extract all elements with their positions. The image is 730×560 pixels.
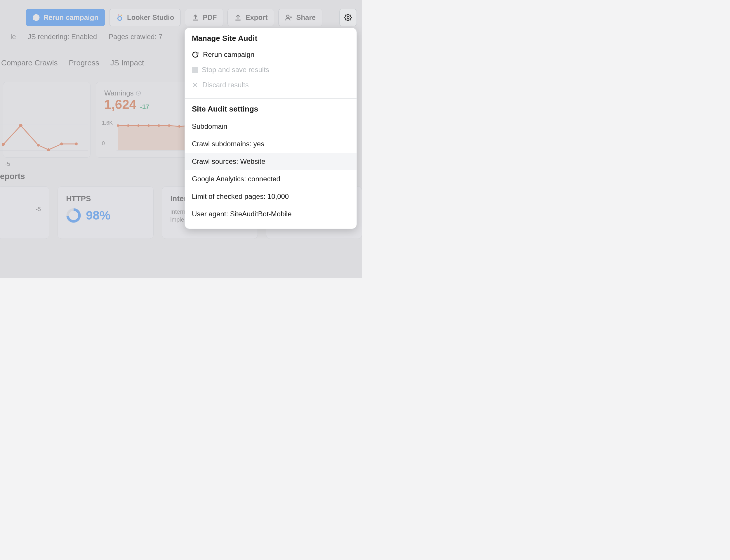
looker-icon bbox=[116, 14, 124, 21]
add-user-icon bbox=[285, 14, 293, 21]
refresh-icon bbox=[192, 51, 199, 58]
export-button[interactable]: Export bbox=[227, 9, 274, 26]
export-label: Export bbox=[245, 13, 267, 22]
svg-point-3 bbox=[287, 15, 289, 18]
svg-point-22 bbox=[178, 125, 180, 128]
popup-rerun-campaign[interactable]: Rerun campaign bbox=[192, 47, 350, 62]
popup-rerun-label: Rerun campaign bbox=[203, 51, 254, 59]
toolbar: Rerun campaign Looker Studio PDF Export … bbox=[9, 0, 362, 32]
setting-subdomain[interactable]: Subdomain bbox=[192, 118, 350, 135]
svg-point-19 bbox=[147, 124, 150, 127]
settings-popup: Manage Site Audit Rerun campaign Stop an… bbox=[185, 28, 357, 229]
report-delta-trunc: -5 bbox=[36, 206, 41, 213]
popup-stop-label: Stop and save results bbox=[202, 66, 269, 74]
svg-point-20 bbox=[158, 124, 160, 127]
report-card-https[interactable]: HTTPS 98% bbox=[58, 186, 154, 239]
svg-point-11 bbox=[75, 142, 78, 145]
svg-point-9 bbox=[47, 148, 50, 151]
setting-page-limit[interactable]: Limit of checked pages: 10,000 bbox=[192, 188, 350, 205]
svg-point-7 bbox=[19, 124, 22, 127]
js-rendering-status: JS rendering: Enabled bbox=[28, 33, 97, 41]
setting-crawl-subdomains[interactable]: Crawl subdomains: yes bbox=[192, 135, 350, 153]
svg-point-17 bbox=[127, 124, 129, 127]
tab-js-impact[interactable]: JS Impact bbox=[110, 58, 144, 67]
svg-point-6 bbox=[2, 143, 5, 146]
site-audit-settings-heading: Site Audit settings bbox=[192, 105, 350, 114]
svg-point-21 bbox=[168, 124, 170, 127]
upload-icon bbox=[234, 14, 242, 21]
popup-stop-save: Stop and save results bbox=[192, 62, 350, 77]
svg-point-8 bbox=[37, 144, 40, 147]
svg-point-16 bbox=[117, 124, 119, 127]
setting-google-analytics[interactable]: Google Analytics: connected bbox=[192, 170, 350, 188]
truncated-prefix: le bbox=[11, 33, 16, 41]
warnings-title: Warnings bbox=[104, 89, 133, 97]
looker-studio-button[interactable]: Looker Studio bbox=[109, 9, 181, 26]
https-donut bbox=[66, 208, 81, 223]
errors-delta-trunc: -5 bbox=[5, 161, 10, 167]
rerun-campaign-button[interactable]: Rerun campaign bbox=[26, 9, 105, 26]
stop-icon bbox=[192, 67, 198, 73]
warnings-sparkline bbox=[117, 118, 192, 153]
popup-discard: Discard results bbox=[192, 77, 350, 93]
svg-point-0 bbox=[118, 17, 122, 20]
warnings-delta: -17 bbox=[140, 103, 150, 110]
warnings-card[interactable]: Warnings 1,624 -17 1.6K 0 bbox=[96, 82, 195, 158]
refresh-icon bbox=[32, 14, 40, 21]
share-button[interactable]: Share bbox=[278, 9, 322, 26]
report-card-truncated[interactable]: -5 bbox=[0, 186, 49, 239]
setting-user-agent[interactable]: User agent: SiteAuditBot-Mobile bbox=[192, 205, 350, 223]
errors-sparkline bbox=[0, 118, 88, 153]
settings-gear-button[interactable] bbox=[339, 9, 357, 26]
warnings-value: 1,624 bbox=[104, 97, 136, 112]
popup-discard-label: Discard results bbox=[202, 81, 249, 89]
svg-point-27 bbox=[347, 17, 349, 19]
svg-point-2 bbox=[118, 14, 119, 15]
upload-icon bbox=[192, 14, 199, 21]
gear-icon bbox=[344, 14, 352, 21]
warnings-axis-top: 1.6K bbox=[102, 120, 113, 126]
tab-compare-crawls[interactable]: Compare Crawls bbox=[1, 58, 58, 67]
share-label: Share bbox=[296, 13, 316, 22]
rerun-campaign-label: Rerun campaign bbox=[44, 13, 98, 22]
tab-progress[interactable]: Progress bbox=[69, 58, 99, 67]
svg-marker-15 bbox=[118, 126, 191, 150]
close-icon bbox=[192, 82, 198, 88]
https-title: HTTPS bbox=[66, 194, 145, 203]
svg-point-1 bbox=[121, 15, 122, 16]
https-pct: 98% bbox=[86, 208, 110, 222]
manage-site-audit-heading: Manage Site Audit bbox=[192, 34, 350, 43]
setting-crawl-sources[interactable]: Crawl sources: Website bbox=[185, 153, 357, 170]
info-icon bbox=[136, 91, 141, 96]
pages-crawled-status: Pages crawled: 7 bbox=[109, 33, 162, 41]
looker-studio-label: Looker Studio bbox=[127, 13, 174, 22]
errors-card[interactable]: -5 bbox=[3, 82, 91, 158]
svg-point-10 bbox=[60, 142, 63, 145]
svg-point-18 bbox=[137, 124, 140, 127]
pdf-button[interactable]: PDF bbox=[185, 9, 223, 26]
pdf-label: PDF bbox=[203, 13, 217, 22]
warnings-axis-bottom: 0 bbox=[102, 140, 105, 147]
